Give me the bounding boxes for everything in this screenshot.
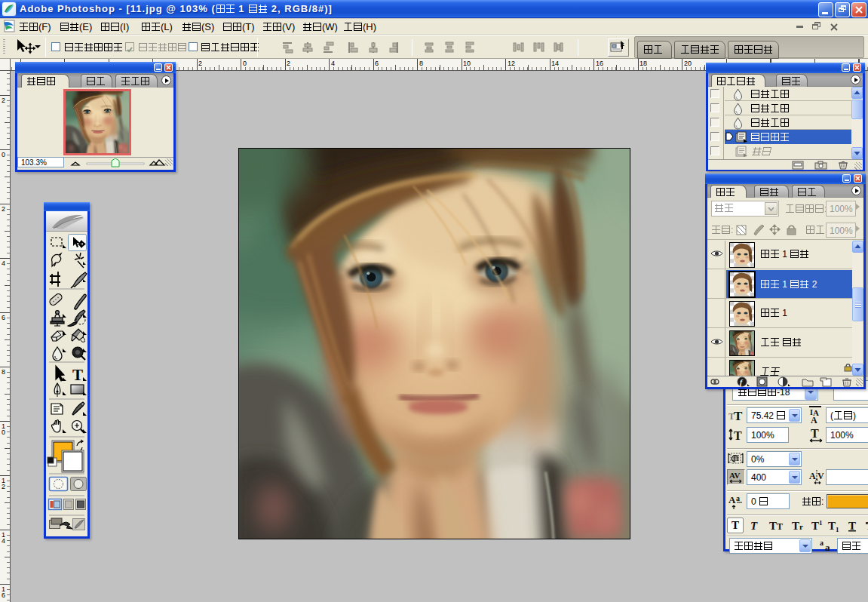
- svg-text:A: A: [809, 471, 816, 481]
- svg-text:T: T: [750, 520, 758, 532]
- svg-text:AV: AV: [729, 471, 741, 480]
- svg-text:T: T: [734, 429, 742, 442]
- svg-text:1: 1: [836, 526, 839, 533]
- svg-text:T: T: [811, 520, 819, 532]
- svg-text:T: T: [734, 409, 743, 422]
- svg-text:A: A: [811, 415, 817, 424]
- svg-text:A: A: [728, 494, 736, 505]
- svg-text:r: r: [799, 522, 803, 531]
- svg-text:T: T: [777, 521, 783, 532]
- svg-text:a: a: [820, 539, 824, 547]
- svg-text:T: T: [828, 520, 836, 532]
- svg-text:T: T: [72, 366, 83, 384]
- svg-text:T: T: [811, 427, 819, 440]
- svg-text:V: V: [817, 471, 824, 481]
- svg-text:1: 1: [819, 519, 823, 527]
- svg-text:T: T: [792, 520, 799, 532]
- svg-text:T: T: [848, 520, 856, 532]
- svg-text:a: a: [825, 542, 830, 553]
- svg-text:a: a: [736, 494, 740, 502]
- svg-text:T: T: [769, 520, 777, 532]
